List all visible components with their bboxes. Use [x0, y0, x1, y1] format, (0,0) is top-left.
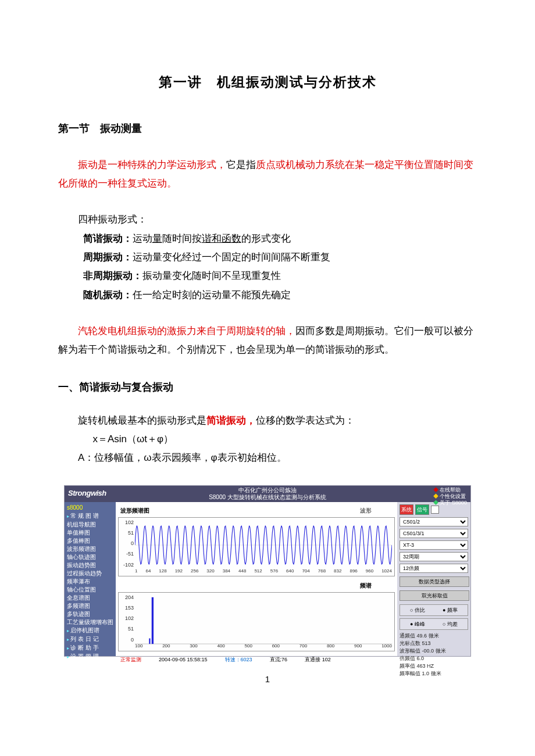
radio-group-2: ● 峰峰 ○ 均差 — [400, 618, 468, 630]
radio-ratio[interactable]: ○ 倍比 — [410, 606, 425, 614]
section-heading: 第一节 振动测量 — [58, 119, 477, 138]
sidebar-item[interactable]: 过程振动趋势 — [67, 569, 113, 578]
select-point[interactable]: XT-3 — [400, 540, 468, 550]
def-harmonic: 简谐振动：运动量随时间按谐和函数的形式变化 — [83, 230, 477, 248]
subheading-1: 一、简谐振动与复合振动 — [58, 377, 477, 397]
math-expression: x＝Asin（ωt＋φ） — [58, 430, 477, 449]
radio-freq[interactable]: ● 频率 — [443, 606, 458, 614]
definition-list: 简谐振动：运动量随时间按谐和函数的形式变化 周期振动：运动量变化经过一个固定的时… — [83, 230, 477, 304]
sidebar-item[interactable]: 多频谱图 — [67, 602, 113, 610]
system-button[interactable]: 系统 — [400, 504, 413, 515]
svg-rect-2 — [152, 597, 154, 643]
data-type-button[interactable]: 数据类型选择 — [400, 576, 469, 587]
sidebar-item[interactable]: 多轨迹图 — [67, 610, 113, 618]
select-cycle[interactable]: 32周期 — [400, 552, 468, 561]
waveform-chart: 102510-51-102 16412819225632038444851257… — [118, 517, 395, 576]
sidebar-item[interactable]: 常 规 图 谱 — [67, 512, 113, 521]
link-settings[interactable]: 个性化设置 — [433, 493, 467, 500]
print-icon[interactable] — [431, 506, 439, 514]
sidebar: s8000 常 规 图 谱机组导航图单值棒图多值棒图波形频谱图轴心轨迹图振动趋势… — [65, 502, 116, 656]
status-dc: 直流:76 — [270, 655, 288, 665]
radio-group-1: ○ 倍比 ● 频率 — [400, 604, 468, 616]
waveform-plot — [135, 520, 392, 570]
sidebar-item[interactable]: 全息谱图 — [67, 594, 113, 602]
sidebar-item[interactable]: 诊 断 助 手 — [67, 644, 113, 653]
link-about[interactable]: 关于 S8000 — [433, 500, 467, 506]
sidebar-item[interactable]: 机组导航图 — [67, 521, 113, 529]
sidebar-item[interactable]: 多值棒图 — [67, 537, 113, 545]
intro-paragraph: 振动是一种特殊的力学运动形式，它是指质点或机械动力系统在某一稳定平衡位置随时间变… — [58, 156, 477, 194]
spectrum-label: 频谱 — [360, 582, 372, 589]
sidebar-item[interactable]: 启停机图谱 — [67, 626, 113, 635]
chart-content: 波形频谱图 波形 102510-51-102 16412819225632038… — [116, 502, 397, 656]
status-rpm: 转速：6023 — [225, 655, 252, 665]
sidebar-item[interactable]: 列 表 日 记 — [67, 635, 113, 644]
def-random: 随机振动：任一给定时刻的运动量不能预先确定 — [83, 286, 477, 304]
select-mult[interactable]: 12倍频 — [400, 564, 468, 573]
def-periodic: 周期振动：运动量变化经过一个固定的时间间隔不断重复 — [83, 248, 477, 267]
sidebar-item[interactable]: 波形频谱图 — [67, 545, 113, 553]
select-channel[interactable]: C501/3/1 — [400, 529, 468, 538]
signal-button[interactable]: 信号 — [415, 504, 429, 515]
document-page: 第一讲 机组振动测试与分析技术 第一节 振动测量 振动是一种特殊的力学运动形式，… — [0, 0, 535, 711]
unit-code: s8000 — [67, 504, 113, 512]
symbol-explain: A：位移幅值，ω表示园频率，φ表示初始相位。 — [58, 449, 477, 467]
spectrum-chart: 204153102510 100200300400500600700800900… — [118, 592, 395, 651]
def-nonperiodic: 非周期振动：振动量变化随时间不呈现重复性 — [83, 267, 477, 285]
lecture-title: 第一讲 机组振动测试与分析技术 — [58, 70, 477, 95]
sidebar-item[interactable]: 振动趋势图 — [67, 561, 113, 569]
dual-cursor-button[interactable]: 双光标取值 — [400, 590, 469, 601]
app-header: Strongwish 中石化广州分公司炼油 S8000 大型旋转机械在线状态监测… — [65, 486, 470, 502]
status-through: 直通接 102 — [305, 655, 331, 665]
status-mode: 正常监测 — [120, 655, 141, 665]
right-panel: 系统 信号 C501/2 C501/3/1 XT-3 32周期 12倍频 数据类… — [397, 502, 470, 656]
radio-pp[interactable]: ● 峰峰 — [410, 620, 425, 628]
spectrum-plot — [135, 595, 392, 645]
chart-title-bar: 波形频谱图 波形 — [118, 504, 395, 517]
select-unit[interactable]: C501/2 — [400, 517, 468, 526]
harmonic-intro: 旋转机械最基本的振动形式是简谐振动，位移的数学表达式为： — [58, 411, 477, 430]
sidebar-item[interactable]: 设 置 管 理 — [67, 653, 113, 661]
turbine-paragraph: 汽轮发电机组振动的激振力来自于周期旋转的轴，因而多数是周期振动。它们一般可以被分… — [58, 322, 477, 360]
radio-rms[interactable]: ○ 均差 — [443, 620, 458, 628]
four-forms-heading: 四种振动形式： — [58, 210, 477, 229]
sidebar-item[interactable]: 轴心位置图 — [67, 586, 113, 594]
sidebar-item[interactable]: 轴心轨迹图 — [67, 553, 113, 561]
status-time: 2004-09-05 15:58:15 — [159, 655, 208, 665]
sidebar-item[interactable]: 频率瀑布 — [67, 578, 113, 586]
link-help[interactable]: 在线帮助 — [433, 487, 467, 493]
info-readouts: 通频值 49.6 微米 光标点数 513 波形幅值 -00.0 微米 倍频值 6… — [400, 632, 468, 678]
sidebar-item[interactable]: 工艺量级增增布图 — [67, 618, 113, 626]
sidebar-item[interactable]: 单值棒图 — [67, 529, 113, 537]
header-links[interactable]: 在线帮助 个性化设置 关于 S8000 — [433, 487, 467, 506]
monitoring-app: Strongwish 中石化广州分公司炼油 S8000 大型旋转机械在线状态监测… — [64, 485, 471, 657]
app-title: 中石化广州分公司炼油 S8000 大型旋转机械在线状态监测与分析系统 — [65, 487, 470, 501]
status-bar: 正常监测 2004-09-05 15:58:15 转速：6023 直流:76 直… — [118, 654, 395, 667]
